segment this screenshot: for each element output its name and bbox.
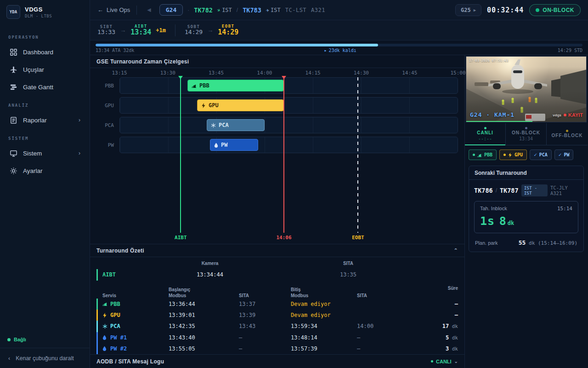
arrow-right-icon: → [120,27,126,34]
chevron-down-icon: ⌄ [454,359,458,364]
chip-pca[interactable]: ✓ PCA [530,150,552,160]
inblock-countdown-card: Tah. Inblock 15:14 1s 8dk [474,201,578,233]
aibt-label: AIBT [98,271,169,278]
bolt-icon [508,153,512,157]
gantt-bar-pbb[interactable]: PBB [187,80,284,92]
sidebar-item-ucuslar[interactable]: Uçuşlar [6,61,84,78]
progress-remaining: ▸ 23dk kaldı [324,48,356,53]
chip-pw[interactable]: ✓ PW [554,150,574,160]
table-row-pw1: PW #1 13:43:40 – 13:48:14 – 5 dk [96,332,458,343]
gantt-body: PBB PBB GPU [96,77,458,233]
message-log-bar[interactable]: AODB / SITA Mesaj Logu CANLI ⌄ [90,354,464,368]
eobt-marker-label: EOBT [352,235,364,241]
eobt-block: EOBT 14:29 [218,24,238,37]
camera-progress-strip [466,121,532,122]
park-label: Plan. park [475,240,498,246]
aibt-block: AIBT 13:34 [130,24,151,37]
chip-pbb[interactable]: PBB [469,150,497,160]
report-icon [9,116,17,124]
delay-badge: +1m [156,27,166,34]
back-live-ops-button[interactable]: ← Live Ops [97,6,130,13]
app-logo-row: YDA VDGS DLM - LTBS [0,0,90,24]
current-gate-button[interactable]: G24 [159,4,183,16]
tab-on-block[interactable]: ON-BLOCK 13:34 [506,123,547,145]
right-panel: 17-03-2026 07:51:43 G24 · KAM-1 vdgs KAY… [465,55,588,368]
progress-fill [96,44,378,46]
chip-gpu[interactable]: GPU [499,150,527,160]
next-departure-flight: TK787 [500,187,519,194]
gantt-bar-pca[interactable]: PCA [207,119,265,131]
bolt-icon [102,313,107,318]
sidebar-item-label: Sistem [23,150,42,157]
aibt-kamera-value: 13:34:44 [169,271,251,278]
gantt-row-pbb: PBB PBB [96,77,458,94]
gantt-row-pca: PCA PCA [96,117,458,133]
gantt-track: PW [119,137,458,153]
sidebar-item-raporlar[interactable]: Raporlar › [6,111,84,129]
top-header: ← Live Ops ◀ G24 · TK782 ✈ IST / TK783 ✈… [90,0,588,20]
collapse-label: Kenar çubuğunu daralt [16,355,74,362]
arrival-flight[interactable]: TK782 [194,6,213,14]
camera-record-indicator: vdgs KAYIT [553,112,583,118]
chevron-up-icon[interactable]: ⌃ [453,247,458,253]
arrival-airport: ✈ IST [217,7,232,13]
connection-status: Bağlı [7,337,82,348]
summary-title: Turnaround Özeti [96,247,144,254]
next-turnaround-title: Sonraki Turnaround [469,166,583,180]
monitor-icon [9,149,17,157]
tab-canli[interactable]: CANLI --:-- [465,123,506,145]
gantt-bar-pw[interactable]: PW [210,139,258,151]
status-badge[interactable]: ON-BLOCK [529,4,581,16]
sidebar-item-label: Ayarlar [23,167,43,174]
departure-flight[interactable]: TK783 [243,6,261,14]
gantt-track: PCA [119,117,458,133]
next-gate-button[interactable]: G25▶ [455,4,481,16]
gantt-bar-gpu[interactable]: GPU [197,99,284,111]
grid-icon [9,48,17,56]
check-icon: ✓ [559,152,562,158]
milestone-row: SIBT 13:33 → AIBT 13:34 +1m SOBT 14:29 →… [90,20,588,40]
jetbridge-icon [102,301,107,306]
axis-tick: 13:15 [112,70,127,76]
sidebar: YDA VDGS DLM - LTBS OPERASYON Dashboard … [0,0,90,368]
droplet-icon [102,346,107,351]
camera-timestamp: 17-03-2026 07:51:43 [469,58,509,63]
sidebar-item-gate-gantt[interactable]: Gate Gantt [6,78,84,96]
sidebar-item-dashboard[interactable]: Dashboard [6,43,84,61]
sidebar-item-sistem[interactable]: Sistem › [6,144,84,162]
kamera-header: Kamera [169,261,251,268]
sidebar-item-ayarlar[interactable]: Ayarlar [6,162,84,179]
table-row-pw2: PW #2 13:55:05 – 13:57:39 – 3 dk [96,343,458,354]
axis-tick: 13:45 [209,70,224,76]
app-logo: YDA [6,5,20,19]
play-small-icon: ▸ [324,48,327,53]
gear-icon [9,167,17,175]
aibt-source-row: AIBT 13:34:44 13:35 [96,269,458,281]
droplet-icon [214,143,218,148]
prev-gate-button[interactable]: ◀ [143,5,154,15]
log-live-toggle[interactable]: CANLI ⌄ [431,359,458,364]
camera-view[interactable]: 17-03-2026 07:51:43 G24 · KAM-1 vdgs KAY… [466,56,587,122]
axis-tick: 14:30 [354,70,369,76]
nav-section-analiz: ANALİZ [8,103,81,108]
service-label: PW #1 [110,334,127,341]
tab-dot-icon [566,130,568,132]
sidebar-item-label: Uçuşlar [23,66,44,73]
bolt-icon [201,103,206,108]
back-label: Live Ops [107,6,130,13]
elapsed-clock: 00:32:44 [487,6,524,14]
gantt-time-axis: 13:15 13:30 13:45 14:00 14:15 14:30 14:4… [119,68,458,77]
tab-off-block[interactable]: OFF-BLOCK [547,123,588,145]
connection-label: Bağlı [14,337,26,342]
tab-dot-icon [484,127,486,129]
sidebar-item-label: Gate Gantt [23,84,53,91]
gantt-plot: 13:15 13:30 13:45 14:00 14:15 14:30 14:4… [96,68,458,244]
route-badge: IST - IST [521,184,548,196]
sidebar-collapse-button[interactable]: ‹ Kenar çubuğunu daralt [0,348,90,368]
next-registration-type: TC-JLY A321 [550,185,578,196]
plane-landing-icon: ✈ [216,6,222,14]
sidebar-nav: OPERASYON Dashboard Uçuşlar Gate Gantt A… [0,24,90,332]
arrow-right-icon: → [207,27,213,34]
droplet-icon [102,335,107,340]
sibt-block: SIBT 13:33 [97,24,115,36]
